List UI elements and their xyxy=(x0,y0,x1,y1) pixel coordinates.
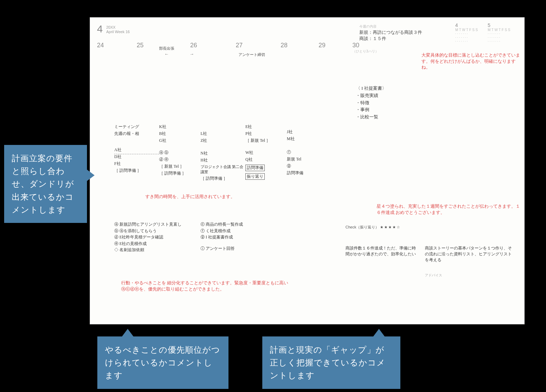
mon-4: F社 xyxy=(114,161,156,167)
fri-3: 新規 Tel xyxy=(287,156,321,162)
fri-2: ⓕ xyxy=(287,149,321,155)
col-thu: E社 P社 ［ 新規 Tel ］ W社 Q社 訪問準備 振り返り xyxy=(245,123,283,181)
tue-3: ⓐ ⓑ xyxy=(159,150,197,156)
thu-4: Q社 xyxy=(245,157,283,163)
red-comment-bottom: 行動・やるべきことを 細分化することができています。緊急度・重要度ともに高い ⓐ… xyxy=(121,280,301,292)
thu-2: ［ 新規 Tel ］ xyxy=(245,138,283,144)
task-list: ⓐ 新規訪問ヒアリングリスト見直し ⓑ ⓐを添削してもらう ⓓ E社昨年見積デー… xyxy=(114,221,294,253)
note-survey: アンケート締切 xyxy=(238,52,265,57)
mini-calendars: 4M T W T F S S· · · · · · ·· · · · · · ·… xyxy=(455,22,515,43)
task-r1: ⓕ く社見積作成 xyxy=(201,228,243,234)
day-28: 28 xyxy=(281,42,312,54)
trip-arrow xyxy=(164,51,194,57)
red-comment-mid: すき間の時間を、上手に活用されています。 xyxy=(145,194,294,200)
check-label: Check（振り返り） xyxy=(345,225,379,229)
planner-header: 4 20XX April Week 16 xyxy=(97,23,517,35)
col-tue: K社 B社 G社 ⓐ ⓑ ⓓ ⓔ ［ 新規 Tel ］ ［ 訪問準備 ］ xyxy=(159,123,197,177)
fri-4: ⓖ xyxy=(287,163,321,169)
month-label: 20XX April Week 16 xyxy=(106,25,130,34)
mini-cal-left-month: 4 xyxy=(455,22,458,28)
tue-5: ［ 新規 Tel ］ xyxy=(159,164,197,169)
mini-cal-right-month: 5 xyxy=(488,22,490,28)
thu-6: 振り返り xyxy=(245,173,265,180)
red-comment-stars: 星４つ塗られ、充実した１週間をすごされたことが伝わってきます。１６件達成 おめで… xyxy=(377,203,521,215)
review-right: 商談ストーリーの基本パターンを１つ作り、その流れに沿った資料リスト、ヒアリングリ… xyxy=(425,245,515,263)
proposal-title: 〈 I 社提案書〉 xyxy=(356,85,387,92)
month-number: 4 xyxy=(97,23,103,35)
check-stars: ★★★★☆ xyxy=(380,225,401,229)
week-goal-label: 今週の内容 xyxy=(359,24,377,28)
proposal-list: 〈 I 社提案書〉 ・販売実績 ・特徴 ・事例 ・比較一覧 xyxy=(356,85,387,121)
check-row: Check（振り返り） ★★★★☆ xyxy=(345,225,401,230)
mon-5: ［ 訪問準備 ］ xyxy=(114,168,156,174)
task-r3: ⓘ アンケート回答 xyxy=(201,245,243,252)
day-24: 24 xyxy=(97,42,137,54)
wed-2: N社 xyxy=(201,150,245,156)
thu-1: P社 xyxy=(245,131,283,137)
week-goal-line1: 新規：再訪につながる商談３件 xyxy=(359,29,422,36)
tue-4: ⓓ ⓔ xyxy=(159,157,197,163)
wed-5: ［ 訪問準備 ］ xyxy=(201,176,245,182)
mon-1: 先週の報・相 xyxy=(114,131,156,137)
tue-1: B社 xyxy=(159,131,197,137)
day-30-num: 30 xyxy=(352,42,359,49)
planner-page: 4 20XX April Week 16 今週の内容 新規：再訪につながる商談３… xyxy=(90,17,525,324)
wed-0: L社 xyxy=(201,131,245,137)
callout-priority: やるべきことの優先順位がつけられているかコメントします xyxy=(97,336,228,389)
task-l1: ⓑ ⓐを添削してもらう xyxy=(114,228,201,234)
callout-gap: 計画と現実の「ギャップ」が正しく把握できているかコメントします xyxy=(262,336,400,389)
proposal-item-3: ・比較一覧 xyxy=(356,114,387,121)
task-l2: ⓓ E社昨年見積データ確認 xyxy=(114,234,201,241)
proposal-item-1: ・特徴 xyxy=(356,99,387,107)
wed-4: プロジェクト会議 第二会議室 xyxy=(201,164,245,175)
thu-0: E社 xyxy=(245,124,283,130)
day-30: 30 （ひとり3ハリ） xyxy=(352,42,383,54)
mini-cal-right: 5M T W T F S S· · · · · · ·· · · · · · ·… xyxy=(488,22,515,43)
review-left: 商談件数１６件達成！ただ、準備に時間がかかり過ぎたので、効率化したい xyxy=(345,245,418,257)
day-26: 26 xyxy=(190,42,236,54)
proposal-item-0: ・販売実績 xyxy=(356,92,387,99)
tue-2: G社 xyxy=(159,138,197,144)
proposal-item-2: ・事例 xyxy=(356,106,387,114)
wed-3: H社 xyxy=(201,157,245,163)
dot-grid xyxy=(97,38,517,317)
callout-planning: 計画立案の要件と照らし合わせ、ダンドリが出来ているかコメントします xyxy=(4,145,87,223)
tue-6: ［ 訪問準備 ］ xyxy=(159,170,197,176)
col-mon: ミーティング 先週の報・相 A社 D社 F社 ［ 訪問準備 ］ xyxy=(114,123,156,175)
mon-3: D社 xyxy=(114,154,156,160)
fri-1: M社 xyxy=(287,136,321,142)
thu-5: 訪問準備 xyxy=(245,165,265,171)
task-l4: ◇ 名刺追加依頼 xyxy=(114,247,201,253)
col-wed: L社 Z社 N社 H社 プロジェクト会議 第二会議室 ［ 訪問準備 ］ xyxy=(201,130,245,183)
week-goal: 今週の内容 新規：再訪につながる商談３件 商談：１５件 xyxy=(359,23,422,42)
year-text: 20XX xyxy=(106,25,130,30)
note-trip: 部長出張 xyxy=(159,46,174,51)
day-29: 29 xyxy=(319,42,352,54)
task-l0: ⓐ 新規訪問ヒアリングリスト見直し xyxy=(114,221,201,228)
mini-cal-left: 4M T W T F S S· · · · · · ·· · · · · · ·… xyxy=(455,22,483,43)
thu-3: W社 xyxy=(245,150,283,156)
advice-label: アドバイス xyxy=(425,273,442,278)
mon-2: A社 xyxy=(114,147,156,153)
red-comment-top: 大変具体的な目標に落とし込むことができています。何をどれだけがんばるか、明確にな… xyxy=(421,52,521,70)
mon-0: ミーティング xyxy=(114,124,156,130)
wed-1: Z社 xyxy=(201,138,245,144)
day-30-sub: （ひとり3ハリ） xyxy=(352,49,383,54)
fri-0: J社 xyxy=(287,129,321,135)
tue-0: K社 xyxy=(159,124,197,130)
col-fri: J社 M社 ⓕ 新規 Tel ⓖ 訪問準備 xyxy=(287,128,321,177)
task-r0: ⓒ 商品の特長一覧作成 xyxy=(201,221,243,228)
week-goal-line2: 商談：１５件 xyxy=(359,36,422,42)
task-l3: ⓔ E社の見積作成 xyxy=(114,241,201,247)
fri-5: 訪問準備 xyxy=(287,170,321,176)
week-text: April Week 16 xyxy=(106,30,130,34)
task-r2: ⓖ I 社提案書作成 xyxy=(201,234,243,241)
